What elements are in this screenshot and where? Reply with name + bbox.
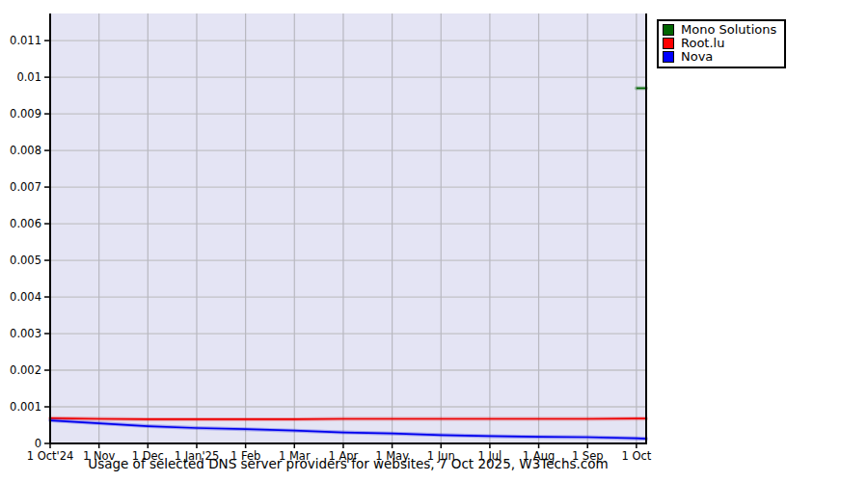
legend-label: Mono Solutions (681, 23, 776, 37)
y-tick-label: 0.009 (10, 107, 41, 120)
y-tick-label: 0 (35, 437, 41, 450)
y-tick-label: 0.002 (10, 363, 41, 377)
y-tick-label: 0.005 (10, 254, 41, 267)
legend-swatch (663, 38, 674, 49)
legend-item-nova: Nova (663, 50, 776, 64)
y-tick-label: 0.011 (10, 34, 41, 47)
y-tick-label: 0.006 (10, 217, 41, 230)
chart-canvas: 00.0010.0020.0030.0040.0050.0060.0070.00… (0, 0, 868, 482)
chart-title: Usage of selected DNS server providers f… (0, 456, 696, 471)
y-tick-label: 0.001 (10, 400, 41, 414)
legend-swatch (663, 51, 674, 63)
plot-background (50, 13, 646, 443)
legend-label: Root.lu (681, 37, 724, 50)
legend-swatch (663, 24, 674, 36)
legend-item-root-lu: Root.lu (663, 37, 776, 50)
legend-item-mono-solutions: Mono Solutions (663, 23, 776, 37)
y-tick-label: 0.01 (16, 70, 41, 84)
y-tick-label: 0.007 (10, 180, 41, 194)
legend: Mono SolutionsRoot.luNova (657, 19, 786, 68)
y-tick-label: 0.004 (10, 290, 41, 304)
y-tick-label: 0.003 (10, 327, 41, 340)
y-tick-label: 0.008 (10, 144, 41, 157)
plot-area: 00.0010.0020.0030.0040.0050.0060.0070.00… (0, 0, 868, 482)
legend-label: Nova (681, 50, 713, 64)
